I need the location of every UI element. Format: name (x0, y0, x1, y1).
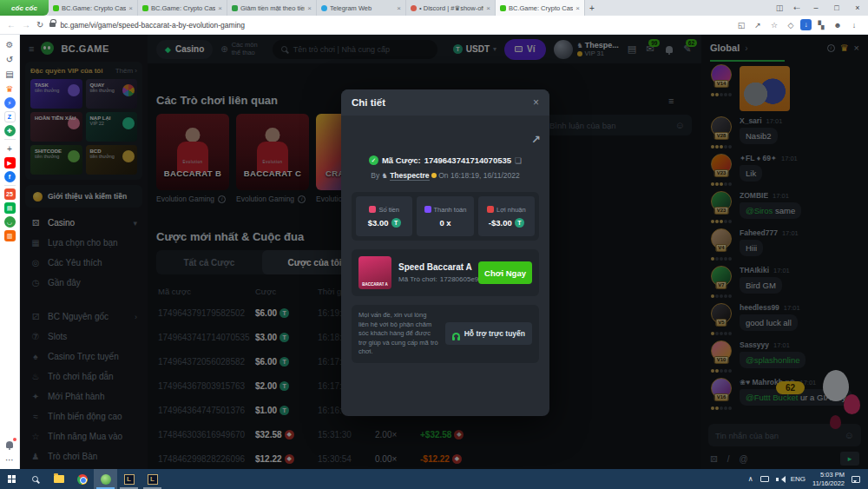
downloads-arrow-icon[interactable]: ↓ (847, 21, 861, 30)
address-bar-actions: ◱↗☆◇↓▚☻↓ (734, 19, 861, 30)
messenger-icon[interactable]: ⚡ (4, 97, 16, 109)
cart-shop-icon[interactable]: ▥ (4, 230, 16, 241)
shopping-bag-icon[interactable]: ▤ (4, 202, 16, 214)
tab-favicon-icon (142, 5, 148, 11)
share-icon[interactable]: ↗ (531, 133, 541, 146)
recent-tabs-icon[interactable]: ⇠ (788, 0, 806, 16)
league-of-legends-app-2[interactable]: L (141, 469, 164, 489)
bookmark-star-icon[interactable]: ☆ (767, 21, 781, 30)
network-icon[interactable] (760, 476, 769, 482)
tab-close-icon[interactable]: × (218, 4, 222, 12)
profile-avatar-icon[interactable]: ☻ (831, 21, 845, 30)
tabbar-spacer (599, 0, 771, 16)
tab-close-icon[interactable]: × (128, 4, 133, 12)
stat-label-row: Số tiền (369, 206, 398, 214)
history-icon[interactable]: ↺ (3, 53, 16, 65)
bet-stat-box: Lợi nhuận-$3.00T (478, 196, 535, 236)
notifications-bell-icon[interactable] (3, 439, 16, 451)
youtube-icon[interactable]: ▶ (4, 157, 16, 169)
zalo-chat-icon[interactable]: Z (4, 111, 16, 122)
browser-tab[interactable]: • Discord | #♛show-off-you× (406, 0, 496, 16)
games-icon[interactable]: ✚ (4, 125, 16, 136)
support-button-label: Hỗ trợ trực tuyến (464, 329, 525, 338)
file-explorer-app[interactable] (47, 469, 70, 489)
stat-value: -$3.00T (489, 218, 524, 228)
modal-title: Chi tiết (352, 97, 385, 108)
sale-event-icon[interactable]: 25 (4, 188, 16, 200)
tab-title: Telegram Web (330, 4, 394, 12)
windows-taskbar: LL ∧ ENG 5:03 PM 11/16/2022 (0, 469, 868, 489)
action-center-icon[interactable] (852, 476, 860, 483)
tab-strip: BC.Game: Crypto Casino Gan×BC.Game: Cryp… (49, 0, 585, 16)
on-label: On (438, 171, 448, 180)
settings-gear-icon[interactable]: ⚙ (3, 38, 16, 50)
coccoc-downloader-icon[interactable]: ↓ (800, 19, 812, 30)
language-indicator[interactable]: ENG (791, 475, 806, 483)
reading-list-icon[interactable]: ▤ (3, 68, 16, 80)
chrome-app[interactable] (70, 469, 94, 489)
taskbar-apps: LL (0, 469, 164, 489)
adblock-shield-icon[interactable]: ◇ (784, 21, 798, 30)
browser-tab-bar: cốc cốc BC.Game: Crypto Casino Gan×BC.Ga… (0, 0, 868, 16)
taskbar-search-button[interactable] (23, 469, 47, 489)
bet-author-row: By ♞ Thespectre On 16:18:19, 16/11/2022 (352, 171, 539, 180)
game-thumb-label: BACCARAT A (362, 282, 388, 287)
share-page-icon[interactable]: ↗ (751, 21, 765, 30)
coccoc-menu-button[interactable]: cốc cốc (0, 0, 49, 16)
maximize-button[interactable]: □ (826, 0, 847, 16)
play-now-button[interactable]: Chơi Ngay (478, 261, 532, 284)
close-window-button[interactable]: × (847, 0, 868, 16)
payout-icon (424, 206, 431, 213)
save-page-icon[interactable]: ◱ (734, 21, 748, 30)
tab-search-icon[interactable]: ◫ (771, 0, 788, 16)
browser-tab[interactable]: BC.Game: Crypto Casino Gan× (138, 0, 227, 16)
back-icon[interactable]: ← (7, 20, 16, 30)
tab-title: Giảm tiền mặt theo tiền hóa (240, 4, 305, 12)
volume-icon[interactable] (776, 476, 784, 483)
new-tab-button[interactable]: + (585, 0, 599, 16)
modal-close-icon[interactable]: × (533, 96, 539, 109)
start-button[interactable] (0, 469, 23, 489)
tab-title: BC.Game: Crypto Casino Gan (509, 4, 573, 12)
browser-tab[interactable]: Telegram Web× (317, 0, 406, 16)
tab-close-icon[interactable]: × (486, 4, 490, 12)
coccoc-app[interactable] (94, 469, 117, 489)
league-of-legends-app[interactable]: L (117, 469, 141, 489)
browser-workspace: ⚙↺▤♛⚡Z✚+▶f25▤◡▥⋯ ≡ BC.GAME Đặc quyền VIP… (0, 35, 868, 469)
tab-close-icon[interactable]: × (575, 4, 580, 12)
game-info-card: BACCARAT A Speed Baccarat A Mã Trò chơi:… (352, 249, 539, 296)
amount-icon (369, 206, 376, 213)
vip-medal-icon (431, 173, 437, 178)
browser-address-bar: ← → ↻ bc.game/vi/game/speed-baccarat-a-b… (0, 16, 868, 35)
stat-label: Số tiền (378, 206, 398, 214)
stat-value: $3.00T (368, 218, 401, 228)
browser-tab[interactable]: Giảm tiền mặt theo tiền hóa× (227, 0, 317, 16)
forward-icon[interactable]: → (22, 20, 30, 30)
hat-shop-icon[interactable]: ◡ (4, 216, 16, 228)
url-field[interactable]: bc.game/vi/game/speed-baccarat-a-by-evol… (49, 21, 728, 30)
taskbar-clock[interactable]: 5:03 PM 11/16/2022 (812, 471, 845, 488)
stat-value: 0 x (439, 218, 450, 228)
tab-close-icon[interactable]: × (397, 4, 401, 12)
live-support-button[interactable]: Hỗ trợ trực tuyến (445, 322, 532, 345)
copy-icon[interactable]: ❏ (515, 156, 522, 165)
more-options-icon[interactable]: ⋯ (3, 453, 16, 466)
tab-favicon-icon (500, 5, 506, 11)
extensions-puzzle-icon[interactable]: ▚ (814, 21, 828, 30)
helmet-icon: ♞ (382, 172, 388, 180)
browser-tab[interactable]: BC.Game: Crypto Casino Gan× (496, 0, 585, 16)
minimize-button[interactable]: – (806, 0, 826, 16)
reload-icon[interactable]: ↻ (36, 20, 43, 30)
add-shortcut-icon[interactable]: + (3, 142, 16, 155)
tab-favicon-icon (321, 5, 327, 11)
browser-tab[interactable]: BC.Game: Crypto Casino Gan× (49, 0, 138, 16)
vip-crown-icon[interactable]: ♛ (3, 83, 16, 95)
clock-date: 11/16/2022 (812, 479, 845, 487)
facebook-icon[interactable]: f (4, 171, 16, 182)
modal-header: Chi tiết × (341, 89, 549, 116)
tab-close-icon[interactable]: × (307, 4, 312, 12)
game-thumbnail[interactable]: BACCARAT A (358, 256, 391, 289)
browser-sidebar: ⚙↺▤♛⚡Z✚+▶f25▤◡▥⋯ (0, 35, 20, 469)
show-hidden-icons[interactable]: ∧ (748, 475, 753, 483)
player-name-link[interactable]: Thespectre (390, 171, 429, 181)
